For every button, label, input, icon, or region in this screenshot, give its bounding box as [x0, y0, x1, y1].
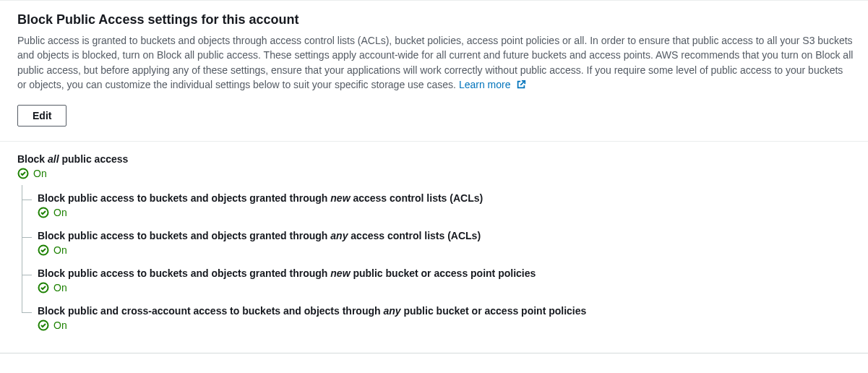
sub-setting-title-suffix: public bucket or access point policies [401, 305, 587, 317]
sub-setting-title-em: any [383, 305, 400, 317]
sub-setting-title: Block public access to buckets and objec… [38, 267, 854, 279]
sub-setting-new-acls: Block public access to buckets and objec… [22, 185, 854, 223]
panel-body: Block all public access On Block public … [0, 142, 868, 353]
panel-header: Block Public Access settings for this ac… [0, 1, 868, 142]
panel-title: Block Public Access settings for this ac… [17, 12, 854, 27]
sub-setting-title-suffix: access control lists (ACLs) [351, 192, 484, 204]
sub-setting-title-em: any [330, 230, 348, 241]
panel-description: Public access is granted to buckets and … [17, 33, 854, 93]
panel-description-text: Public access is granted to buckets and … [17, 35, 853, 90]
block-all-title-suffix: public access [59, 153, 129, 165]
sub-setting-status: On [38, 207, 854, 218]
sub-setting-status-text: On [53, 320, 67, 331]
sub-setting-title: Block public and cross-account access to… [38, 305, 854, 317]
sub-setting-status: On [38, 282, 854, 293]
sub-setting-title-suffix: public bucket or access point policies [351, 267, 536, 279]
sub-setting-any-policies: Block public and cross-account access to… [22, 298, 854, 335]
sub-setting-status-text: On [53, 282, 67, 293]
sub-setting-status-text: On [53, 244, 67, 256]
block-all-setting: Block all public access On [17, 153, 854, 179]
sub-setting-new-policies: Block public access to buckets and objec… [22, 260, 854, 298]
block-all-title-em: all [48, 153, 59, 165]
sub-setting-title-suffix: access control lists (ACLs) [348, 230, 481, 241]
sub-setting-any-acls: Block public access to buckets and objec… [22, 223, 854, 260]
sub-setting-title: Block public access to buckets and objec… [38, 230, 854, 241]
check-circle-icon [38, 320, 49, 331]
check-circle-icon [38, 244, 49, 256]
block-all-status: On [17, 168, 854, 179]
check-circle-icon [38, 282, 49, 293]
sub-setting-status-text: On [53, 207, 67, 218]
sub-setting-title-em: new [330, 192, 350, 204]
check-circle-icon [38, 207, 49, 218]
sub-setting-title: Block public access to buckets and objec… [38, 192, 854, 204]
sub-setting-status: On [38, 320, 854, 331]
sub-setting-title-prefix: Block public access to buckets and objec… [38, 230, 330, 241]
block-all-status-text: On [33, 168, 47, 179]
sub-setting-title-prefix: Block public access to buckets and objec… [38, 192, 330, 204]
sub-setting-title-prefix: Block public access to buckets and objec… [38, 267, 330, 279]
sub-setting-title-em: new [330, 267, 350, 279]
sub-setting-status: On [38, 244, 854, 256]
block-all-title-prefix: Block [17, 153, 48, 165]
edit-button[interactable]: Edit [17, 105, 66, 127]
sub-setting-title-prefix: Block public and cross-account access to… [38, 305, 383, 317]
block-public-access-panel: Block Public Access settings for this ac… [0, 0, 868, 353]
learn-more-link[interactable]: Learn more [459, 79, 526, 90]
sub-settings-list: Block public access to buckets and objec… [22, 185, 854, 335]
block-all-title: Block all public access [17, 153, 854, 165]
check-circle-icon [17, 168, 29, 179]
learn-more-text: Learn more [459, 79, 511, 90]
external-link-icon [516, 79, 526, 93]
